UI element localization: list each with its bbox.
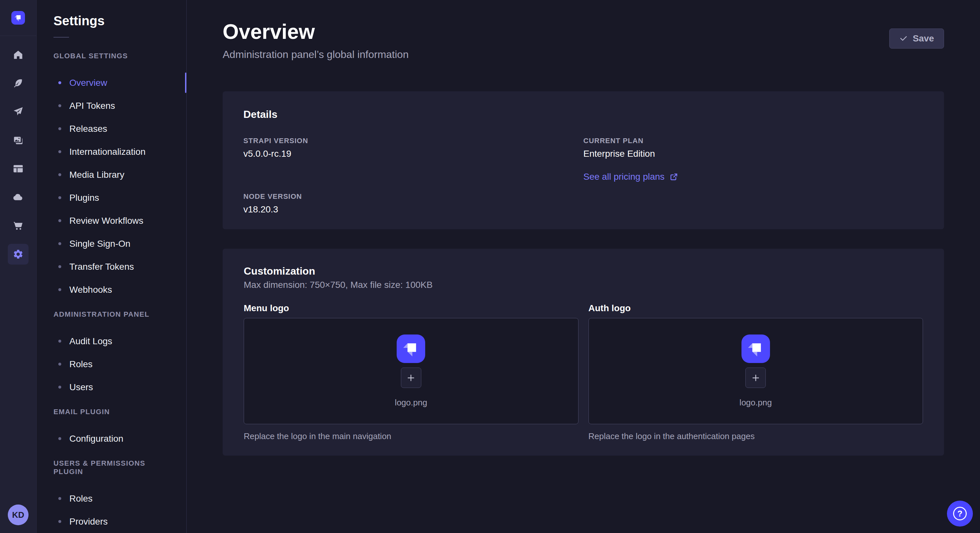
bullet-icon [58,385,61,389]
subnav-item-webhooks[interactable]: Webhooks [37,278,186,301]
page-header-text: Overview Administration panel’s global i… [223,19,409,60]
deploy-button[interactable] [8,102,29,122]
logo-dropzone[interactable]: logo.png [244,318,579,424]
subnav-item-transfer-tokens[interactable]: Transfer Tokens [37,255,186,278]
subnav-item-label: Overview [69,78,107,88]
home-button[interactable] [8,44,29,65]
settings-subnav: Settings GLOBAL SETTINGSOverviewAPI Toke… [37,0,187,533]
logo-uploads: Menu logo logo.png Replace the logo in t… [244,303,923,441]
content-builder-button[interactable] [8,73,29,94]
subnav-item-roles[interactable]: Roles [37,487,186,510]
pricing-plans-link[interactable]: See all pricing plans [583,171,678,182]
subnav-item-audit-logs[interactable]: Audit Logs [37,330,186,353]
subnav-item-media-library[interactable]: Media Library [37,163,186,186]
bullet-icon [58,288,61,291]
subnav-sections: GLOBAL SETTINGSOverviewAPI TokensRelease… [37,52,186,533]
logo-upload-tile-auth-logo: Auth logo logo.png Replace the logo in t… [589,303,923,441]
subnav-item-providers[interactable]: Providers [37,510,186,533]
rail-icon-list [8,44,29,265]
bullet-icon [58,150,61,153]
subnav-item-configuration[interactable]: Configuration [37,427,186,450]
subnav-item-api-tokens[interactable]: API Tokens [37,94,186,117]
main-nav-rail: KD [0,0,37,533]
page-header: Overview Administration panel’s global i… [223,0,944,60]
subnav-item-label: Audit Logs [69,336,112,346]
marketplace-button[interactable] [8,215,29,236]
bullet-icon [58,81,61,84]
subnav-item-releases[interactable]: Releases [37,117,186,140]
logo-dropzone[interactable]: logo.png [589,318,923,424]
nav-list: Configuration [37,427,186,450]
pricing-plans-link-label: See all pricing plans [583,171,665,182]
upload-label: Menu logo [244,303,579,314]
bullet-icon [58,173,61,176]
save-button[interactable]: Save [889,29,944,49]
section-label-email-plugin: EMAIL PLUGIN [54,408,170,416]
field-strapi-version: STRAPI VERSION v5.0.0-rc.19 [243,136,583,182]
settings-button[interactable] [8,244,29,265]
field-value: v18.20.3 [243,204,583,215]
subnav-item-label: Roles [69,359,93,370]
subnav-item-label: Plugins [69,193,99,203]
subnav-item-label: API Tokens [69,101,115,111]
user-avatar[interactable]: KD [8,504,29,525]
subnav-title: Settings [54,13,170,29]
subnav-item-plugins[interactable]: Plugins [37,186,186,209]
bullet-icon [58,339,61,343]
subnav-item-label: Roles [69,493,93,504]
customization-subheading: Max dimension: 750×750, Max file size: 1… [244,280,923,290]
logo-filename: logo.png [740,398,772,408]
subnav-item-label: Webhooks [69,285,112,295]
page-title: Overview [223,19,409,44]
field-value: Enterprise Edition [583,148,923,159]
upload-caption: Replace the logo in the main navigation [244,431,579,441]
cloud-button[interactable] [8,187,29,208]
feather-icon [13,78,24,89]
bullet-icon [58,265,61,268]
media-library-button[interactable] [8,130,29,151]
field-node-version: NODE VERSION v18.20.3 [243,192,583,215]
subnav-item-label: Transfer Tokens [69,262,134,272]
bullet-icon [58,363,61,366]
strapi-logo[interactable] [11,11,25,25]
paper-plane-icon [13,106,24,117]
subnav-item-users[interactable]: Users [37,376,186,399]
layout-icon [13,163,24,174]
section-label-users-permissions-plugin: USERS & PERMISSIONS PLUGIN [54,459,170,476]
customization-heading: Customization [244,265,923,277]
cart-icon [13,220,24,231]
add-logo-button[interactable] [401,368,421,388]
bullet-icon [58,497,61,500]
field-label: CURRENT PLAN [583,136,923,145]
subnav-item-single-sign-on[interactable]: Single Sign-On [37,232,186,255]
field-value: v5.0.0-rc.19 [243,148,583,159]
help-button[interactable]: ? [947,501,973,527]
subnav-item-label: Users [69,382,93,392]
add-logo-button[interactable] [745,368,766,388]
strapi-logo-icon [741,335,770,363]
subnav-item-internationalization[interactable]: Internationalization [37,140,186,163]
plus-icon [406,373,416,383]
nav-list: OverviewAPI TokensReleasesInternationali… [37,71,186,301]
subnav-item-overview[interactable]: Overview [37,71,186,94]
subnav-item-roles[interactable]: Roles [37,353,186,376]
subnav-item-review-workflows[interactable]: Review Workflows [37,209,186,232]
avatar-initials: KD [12,510,24,520]
logo-upload-tile-menu-logo: Menu logo logo.png Replace the logo in t… [244,303,579,441]
field-label: STRAPI VERSION [243,136,583,145]
section-label-global-settings: GLOBAL SETTINGS [54,52,170,60]
home-icon [13,49,24,60]
subnav-item-label: Configuration [69,434,124,444]
bullet-icon [58,104,61,107]
content-manager-button[interactable] [8,159,29,179]
subnav-item-label: Releases [69,124,107,134]
nav-list: Audit LogsRolesUsers [37,330,186,399]
logo-filename: logo.png [395,398,427,408]
external-link-icon [669,172,678,181]
bullet-icon [58,242,61,245]
brand-section [0,0,36,36]
subnav-item-label: Media Library [69,170,124,180]
customization-card: Customization Max dimension: 750×750, Ma… [223,249,944,455]
question-mark-icon: ? [953,507,967,520]
bullet-icon [58,196,61,199]
